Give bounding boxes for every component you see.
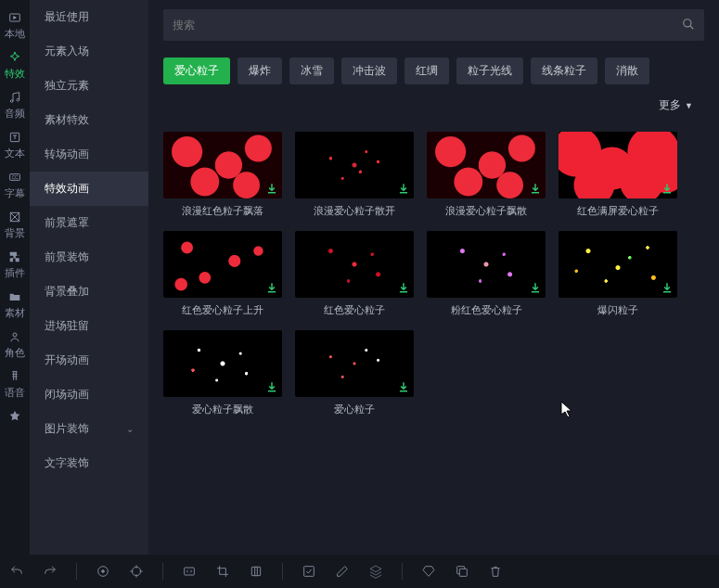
asset-thumbnail[interactable] [295, 330, 414, 397]
toolbar-divider [282, 563, 283, 580]
rail-item-folder[interactable]: 素材 [0, 285, 30, 325]
rail-item-mic[interactable]: 语音 [0, 364, 30, 404]
more-button[interactable]: 更多▼ [648, 92, 704, 119]
download-icon[interactable] [529, 281, 542, 294]
sidebar-item[interactable]: 前景遮罩 [30, 206, 148, 240]
svg-rect-17 [304, 567, 315, 577]
asset-thumbnail[interactable] [559, 132, 677, 198]
category-tab[interactable]: 消散 [605, 58, 649, 84]
sidebar-item[interactable]: 闭场动画 [30, 377, 148, 412]
category-tab[interactable]: 粒子光线 [456, 58, 523, 84]
asset-card[interactable]: 红色爱心粒子上升 [163, 231, 282, 317]
rail-label: 背景 [5, 226, 25, 240]
sidebar-item[interactable]: 文字装饰 [30, 446, 148, 480]
more-label: 更多 [659, 97, 681, 113]
crosshair-button[interactable] [129, 564, 144, 579]
sidebar-item-label: 前景遮罩 [45, 215, 89, 231]
category-tab[interactable]: 红绸 [404, 58, 449, 84]
rail-item-pattern[interactable]: 背景 [0, 205, 30, 245]
sidebar-item[interactable]: 独立元素 [30, 69, 148, 103]
rail-item-cc[interactable]: CC字幕 [0, 165, 30, 205]
copy-button[interactable] [455, 564, 469, 579]
svg-point-8 [13, 333, 17, 337]
redo-button[interactable] [43, 564, 58, 579]
sidebar-item[interactable]: 素材特效 [30, 103, 148, 137]
rail-label: 文本 [5, 147, 25, 160]
rail-item-person[interactable]: 角色 [0, 325, 30, 364]
category-tab[interactable]: 冰雪 [289, 58, 334, 84]
search-input[interactable] [173, 19, 682, 32]
asset-title: 红色爱心粒子上升 [163, 303, 282, 317]
sidebar-item[interactable]: 图片装饰⌄ [30, 412, 148, 446]
download-icon[interactable] [661, 182, 674, 195]
asset-thumbnail[interactable] [295, 231, 414, 298]
person-icon [7, 329, 22, 344]
asset-title: 爱心粒子 [295, 403, 414, 416]
rail-item-music[interactable]: 音频 [0, 85, 30, 125]
rail-label: 本地 [5, 27, 25, 41]
sidebar-item[interactable]: 特效动画 [30, 172, 148, 206]
download-icon[interactable] [661, 281, 674, 294]
rail-item-puzzle[interactable]: 插件 [0, 245, 30, 285]
asset-card[interactable]: 红色满屏爱心粒子 [559, 132, 677, 218]
rail-item-text[interactable]: 文本 [0, 125, 30, 165]
asset-thumbnail[interactable] [163, 132, 282, 198]
sidebar-item-label: 背景叠加 [45, 284, 89, 300]
sidebar-item[interactable]: 开场动画 [30, 343, 148, 377]
asset-card[interactable]: 浪漫爱心粒子散开 [295, 132, 414, 218]
edit-button[interactable] [335, 564, 350, 579]
search-bar[interactable] [163, 9, 704, 41]
sidebar-item[interactable]: 元素入场 [30, 34, 148, 69]
asset-thumbnail[interactable] [163, 330, 282, 397]
rail-item-star[interactable] [0, 404, 30, 430]
asset-thumbnail[interactable] [559, 231, 677, 298]
sidebar-item-label: 特效动画 [45, 181, 89, 197]
rail-label: 素材 [5, 306, 25, 320]
check-sq-button[interactable] [302, 564, 316, 579]
download-icon[interactable] [397, 380, 410, 393]
asset-title: 浪漫爱心粒子飘散 [427, 204, 546, 218]
rail-item-sparkle[interactable]: 特效 [0, 45, 30, 85]
layers-button[interactable] [368, 564, 383, 579]
asset-card[interactable]: 粉红色爱心粒子 [427, 231, 546, 317]
asset-thumbnail[interactable] [427, 132, 546, 198]
sidebar-item[interactable]: 转场动画 [30, 137, 148, 172]
asset-card[interactable]: 爱心粒子飘散 [163, 330, 282, 416]
sidebar-item[interactable]: 进场驻留 [30, 309, 148, 343]
category-tab[interactable]: 爆炸 [238, 58, 282, 84]
download-icon[interactable] [529, 182, 542, 195]
asset-thumbnail[interactable] [427, 231, 546, 298]
download-icon[interactable] [397, 281, 410, 294]
target-button[interactable] [96, 564, 110, 579]
category-tab[interactable]: 爱心粒子 [163, 58, 230, 84]
rail-label: 插件 [5, 266, 25, 280]
sidebar-item[interactable]: 前景装饰 [30, 240, 148, 275]
asset-thumbnail[interactable] [163, 231, 282, 298]
download-icon[interactable] [265, 380, 278, 393]
search-icon[interactable] [682, 18, 695, 33]
asset-card[interactable]: 红色爱心粒子 [295, 231, 414, 317]
rail-item-video[interactable]: 本地 [0, 6, 30, 45]
sidebar-item[interactable]: 背景叠加 [30, 275, 148, 309]
asset-card[interactable]: 爆闪粒子 [559, 231, 677, 317]
category-tab[interactable]: 线条粒子 [531, 58, 597, 84]
sidebar-item[interactable]: 最近使用 [30, 0, 148, 34]
asset-card[interactable]: 浪漫红色粒子飘落 [163, 132, 282, 218]
pattern-icon [7, 210, 22, 224]
download-icon[interactable] [265, 281, 278, 294]
asset-card[interactable]: 浪漫爱心粒子飘散 [427, 132, 546, 218]
trash-button[interactable] [488, 564, 503, 579]
download-icon[interactable] [397, 182, 410, 195]
rail-label: 音频 [5, 107, 25, 121]
download-icon[interactable] [265, 182, 278, 195]
toolbar-divider [162, 563, 163, 580]
undo-button[interactable] [9, 564, 24, 579]
music-icon [7, 90, 22, 105]
code-button[interactable] [182, 564, 197, 579]
asset-thumbnail[interactable] [295, 132, 414, 198]
gem-button[interactable] [421, 564, 436, 579]
asset-card[interactable]: 爱心粒子 [295, 330, 414, 416]
category-tab[interactable]: 冲击波 [341, 58, 397, 84]
crop-button[interactable] [215, 564, 230, 579]
clone-button[interactable] [249, 564, 263, 579]
